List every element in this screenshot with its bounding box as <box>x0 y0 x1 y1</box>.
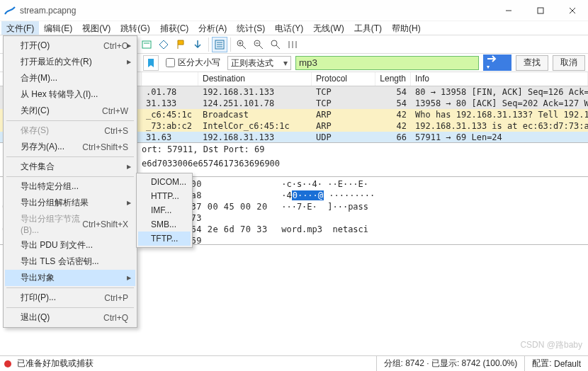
menu-help[interactable]: 帮助(H) <box>387 21 426 35</box>
menu-stats[interactable]: 统计(S) <box>232 21 270 35</box>
menu-telephony[interactable]: 电话(Y) <box>270 21 308 35</box>
tb-zoom-100-icon[interactable] <box>268 37 283 52</box>
status-message: 已准备好加载或捕获 <box>17 358 94 370</box>
col-protocol[interactable]: Protocol <box>312 72 375 86</box>
file-menu-item[interactable]: 导出分组解析结果 <box>5 195 135 211</box>
file-menu-item[interactable]: 打印(P)...Ctrl+P <box>5 290 135 306</box>
window-title: stream.pcapng <box>20 6 492 16</box>
export-submenu-item[interactable]: HTTP... <box>138 189 191 203</box>
col-info[interactable]: Info <box>411 72 588 86</box>
watermark: CSDN @路baby <box>520 339 582 351</box>
find-button[interactable]: 查找 <box>516 55 548 71</box>
close-button[interactable] <box>556 0 588 21</box>
svg-point-17 <box>271 40 277 46</box>
tb-icon-1[interactable] <box>139 37 154 52</box>
menu-capture[interactable]: 捕获(C) <box>155 21 194 35</box>
file-menu-item[interactable]: 合并(M)... <box>5 70 135 86</box>
file-menu-item[interactable]: 退出(Q)Ctrl+Q <box>5 309 135 326</box>
file-menu-item: 导出分组字节流(B)...Ctrl+Shift+X <box>5 211 135 237</box>
file-menu-item[interactable]: 导出 TLS 会话密钥... <box>5 253 135 270</box>
minimize-button[interactable] <box>492 0 524 21</box>
file-menu-item[interactable]: 导出特定分组... <box>5 178 135 195</box>
search-mode-select[interactable]: 正则表达式 <box>227 56 291 70</box>
tb-icon-3[interactable] <box>173 37 188 52</box>
export-submenu-item[interactable]: TFTP... <box>138 232 191 246</box>
file-menu-item: 保存(S)Ctrl+S <box>5 122 135 139</box>
tb-icon-4[interactable] <box>190 37 205 52</box>
status-profile[interactable]: 配置: Default <box>524 356 588 372</box>
file-menu-item[interactable]: 另存为(A)...Ctrl+Shift+S <box>5 139 135 155</box>
file-menu-dropdown: 打开(O)Ctrl+O打开最近的文件(R)合并(M)...从 Hex 转储导入(… <box>3 35 137 328</box>
file-menu-item[interactable]: 导出 PDU 到文件... <box>5 237 135 253</box>
file-menu-item[interactable]: 导出对象 <box>5 270 135 286</box>
status-packets: 分组: 8742 · 已显示: 8742 (100.0%) <box>376 356 525 372</box>
svg-line-15 <box>259 45 263 49</box>
search-mode-value: 正则表达式 <box>231 58 273 68</box>
menu-wireless[interactable]: 无线(W) <box>308 21 349 35</box>
col-destination[interactable]: Destination <box>198 72 312 86</box>
export-submenu-item[interactable]: DICOM... <box>138 175 191 189</box>
details-line-2: e6d7033006e6574617363696900 <box>142 159 588 169</box>
capture-stop-icon[interactable] <box>4 360 11 367</box>
cancel-button[interactable]: 取消 <box>553 55 585 71</box>
maximize-button[interactable] <box>524 0 556 21</box>
tb-resize-cols-icon[interactable] <box>285 37 300 52</box>
export-submenu-item[interactable]: IMF... <box>138 203 191 217</box>
export-submenu-item[interactable]: SMB... <box>138 217 191 232</box>
menu-bar: 文件(F) 编辑(E) 视图(V) 跳转(G) 捕获(C) 分析(A) 统计(S… <box>0 21 588 35</box>
tb-autoscroll[interactable] <box>212 37 227 52</box>
case-sensitive-checkbox[interactable]: 区分大小写 <box>163 57 223 69</box>
menu-analyze[interactable]: 分析(A) <box>193 21 232 35</box>
export-objects-submenu: DICOM...HTTP...IMF...SMB...TFTP... <box>136 173 193 248</box>
menu-go[interactable]: 跳转(G) <box>115 21 154 35</box>
status-bar: 已准备好加载或捕获 分组: 8742 · 已显示: 8742 (100.0%) … <box>0 355 588 371</box>
file-menu-item[interactable]: 打开最近的文件(R) <box>5 54 135 70</box>
svg-rect-1 <box>538 8 543 13</box>
tb-icon-2[interactable] <box>156 37 171 52</box>
file-menu-item[interactable]: 从 Hex 转储导入(I)... <box>5 86 135 103</box>
find-bookmark-icon[interactable] <box>143 55 159 71</box>
svg-line-18 <box>276 45 280 49</box>
case-sensitive-label: 区分大小写 <box>178 57 220 69</box>
case-sensitive-input[interactable] <box>166 58 175 67</box>
go-button[interactable] <box>483 55 511 71</box>
details-line-1: ort: 57911, Dst Port: 69 <box>142 144 588 154</box>
tb-zoom-out-icon[interactable] <box>251 37 266 52</box>
file-menu-item[interactable]: 打开(O)Ctrl+O <box>5 38 135 54</box>
menu-view[interactable]: 视图(V) <box>77 21 115 35</box>
menu-edit[interactable]: 编辑(E) <box>39 21 77 35</box>
menu-tools[interactable]: 工具(T) <box>349 21 387 35</box>
svg-line-11 <box>242 45 246 49</box>
search-input[interactable] <box>295 56 479 70</box>
file-menu-item[interactable]: 关闭(C)Ctrl+W <box>5 103 135 119</box>
file-menu-item[interactable]: 文件集合 <box>5 159 135 175</box>
wireshark-icon <box>4 5 16 16</box>
title-bar: stream.pcapng <box>0 0 588 21</box>
menu-file[interactable]: 文件(F) <box>1 21 39 35</box>
svg-rect-4 <box>142 41 151 48</box>
col-length[interactable]: Length <box>375 72 411 86</box>
tb-zoom-in-icon[interactable] <box>234 37 249 52</box>
